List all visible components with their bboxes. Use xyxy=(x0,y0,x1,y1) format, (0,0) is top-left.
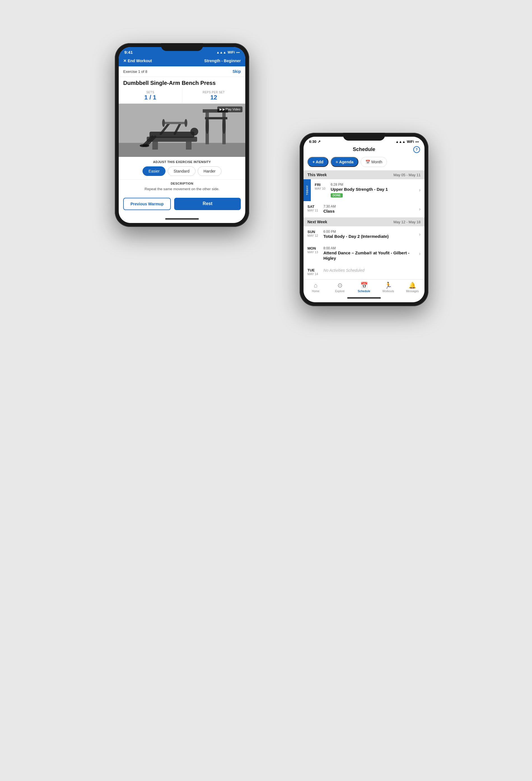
nav-item-messages[interactable]: 🔔 Messages xyxy=(400,282,425,293)
status-bar-1: 9:41 ▲▲▲ WiFi ▪▪▪ xyxy=(119,47,245,56)
workouts-nav-label: Workouts xyxy=(382,290,394,293)
description-title: DESCRIPTION xyxy=(123,182,241,185)
easier-button[interactable]: Easier xyxy=(142,166,166,176)
exercise-meta-row: Exercise 1 of 8 Skip xyxy=(119,67,245,77)
signal-icon: ▲▲▲ xyxy=(216,50,226,54)
calendar-icon: 📅 xyxy=(365,160,370,164)
chevron-right-icon-sun: › xyxy=(419,232,420,237)
play-icon: ▶ xyxy=(220,108,222,111)
exercise-name-title: Dumbbell Single-Arm Bench Press xyxy=(119,77,245,88)
chevron-right-icon-fri: › xyxy=(419,187,420,193)
home-bar-1 xyxy=(165,218,199,220)
sets-value: 1 / 1 xyxy=(119,94,182,101)
this-week-dates: May 05 - May 11 xyxy=(393,173,420,177)
svg-point-16 xyxy=(162,119,165,127)
svg-rect-10 xyxy=(186,142,191,150)
agenda-icon: ≡ xyxy=(336,160,338,164)
svg-point-21 xyxy=(142,144,149,147)
home-indicator-1 xyxy=(119,215,245,223)
nav-item-schedule[interactable]: 📅 Schedule xyxy=(352,282,376,293)
day-sun: SUN MAY 12 xyxy=(307,230,320,237)
day-fri: FRI MAY 10 xyxy=(315,182,327,190)
this-week-header: This Week May 05 - May 11 xyxy=(304,170,425,179)
wifi-icon: WiFi xyxy=(228,50,235,54)
sun-content: 6:00 PM Total Body - Day 2 (Intermediate… xyxy=(323,230,415,239)
location-icon: ↗ xyxy=(317,139,321,144)
tue-content: No Activities Scheduled xyxy=(323,268,420,273)
battery-icon: ▪▪▪ xyxy=(236,50,240,54)
agenda-button[interactable]: ≡ Agenda xyxy=(331,157,359,167)
svg-rect-9 xyxy=(152,142,158,150)
svg-point-6 xyxy=(206,118,209,134)
mon-content: 8:00 AM Attend Dance – Zumba® at Youfit … xyxy=(323,246,415,261)
done-badge: DONE xyxy=(331,193,343,198)
schedule-item-mon[interactable]: MON MAY 13 8:00 AM Attend Dance – Zumba®… xyxy=(304,243,425,264)
next-week-label: Next Week xyxy=(307,220,327,224)
nav-item-explore[interactable]: ⊙ Explore xyxy=(327,282,352,293)
sets-label: SETS xyxy=(119,91,182,94)
schedule-content: This Week May 05 - May 11 TODAY xyxy=(304,170,425,279)
next-week-header: Next Week May 12 - May 18 xyxy=(304,217,425,227)
battery-icon-2: ▪▪▪ xyxy=(415,140,419,144)
this-week-label: This Week xyxy=(307,172,327,177)
skip-button[interactable]: Skip xyxy=(232,69,241,74)
description-text: Repeat the same movement on the other si… xyxy=(123,187,241,191)
today-wrapper: TODAY FRI MAY 10 6:28 PM Uppe xyxy=(304,179,425,201)
help-button[interactable]: ? xyxy=(413,146,420,153)
workout-type-label: Strength - Beginner xyxy=(204,58,241,63)
chevron-right-icon-sat: › xyxy=(419,206,420,212)
home-bar-2 xyxy=(347,297,381,299)
time-display-2: 6:30 ↗ xyxy=(309,139,321,144)
nav-item-home[interactable]: ⌂ Home xyxy=(304,282,327,293)
phone1-workout: 9:41 ▲▲▲ WiFi ▪▪▪ ✕ End Workout Strength… xyxy=(115,43,249,312)
rest-button[interactable]: Rest xyxy=(174,198,241,210)
play-video-button[interactable]: ▶ ▶ Play Video xyxy=(217,107,242,112)
month-button[interactable]: 📅 Month xyxy=(361,157,387,167)
reps-label: REPS PER SET xyxy=(182,91,246,94)
standard-button[interactable]: Standard xyxy=(168,166,195,176)
messages-icon: 🔔 xyxy=(408,282,416,289)
svg-point-12 xyxy=(190,128,198,135)
explore-nav-label: Explore xyxy=(335,290,345,293)
wifi-icon-2: WiFi xyxy=(407,140,414,144)
reps-stat: REPS PER SET 12 xyxy=(182,88,246,104)
svg-rect-1 xyxy=(119,143,245,157)
day-sat: SAT MAY 11 xyxy=(307,205,320,212)
schedule-item-sat[interactable]: SAT MAY 11 7:30 AM Class › xyxy=(304,201,425,217)
stats-row: SETS 1 / 1 REPS PER SET 12 xyxy=(119,88,245,104)
schedule-title: Schedule xyxy=(353,147,375,152)
schedule-item-fri[interactable]: FRI MAY 10 6:28 PM Upper Body Strength -… xyxy=(311,179,425,201)
home-nav-label: Home xyxy=(312,290,319,293)
sets-stat: SETS 1 / 1 xyxy=(119,88,182,104)
day-tue: TUE MAY 14 xyxy=(307,268,320,276)
workout-header: ✕ End Workout Strength - Beginner xyxy=(119,56,245,67)
bottom-nav: ⌂ Home ⊙ Explore 📅 Schedule xyxy=(304,279,425,294)
schedule-item-tue: TUE MAY 14 No Activities Scheduled xyxy=(304,265,425,279)
tab-buttons-row: + Add ≡ Agenda 📅 Month xyxy=(304,155,425,170)
schedule-nav-label: Schedule xyxy=(358,290,370,293)
intensity-title: ADJUST THIS EXERCISE INTENSITY xyxy=(123,160,241,164)
previous-warmup-button[interactable]: Previous Warmup xyxy=(123,198,171,210)
today-label: TODAY xyxy=(306,185,309,195)
messages-nav-label: Messages xyxy=(406,290,419,293)
search-icon: ⊙ xyxy=(338,282,343,289)
chevron-right-icon-mon: › xyxy=(419,251,420,257)
end-workout-button[interactable]: ✕ End Workout xyxy=(123,58,152,63)
phone2-schedule: 6:30 ↗ ▲▲▲ WiFi ▪▪▪ Schedule xyxy=(300,133,429,390)
schedule-header: Schedule ? xyxy=(304,146,425,155)
no-activities-label: No Activities Scheduled xyxy=(323,268,420,273)
workouts-icon: 🏃 xyxy=(385,282,392,289)
time-display-1: 9:41 xyxy=(124,50,133,55)
harder-button[interactable]: Harder xyxy=(198,166,221,176)
description-section: DESCRIPTION Repeat the same movement on … xyxy=(119,179,245,194)
exercise-count-label: Exercise 1 of 8 xyxy=(123,70,147,74)
nav-item-workouts[interactable]: 🏃 Workouts xyxy=(376,282,400,293)
schedule-item-sun[interactable]: SUN MAY 12 6:00 PM Total Body - Day 2 (I… xyxy=(304,227,425,243)
day-mon: MON MAY 13 xyxy=(307,246,320,254)
home-indicator-2 xyxy=(304,294,425,302)
svg-point-17 xyxy=(184,119,187,127)
status-bar-2: 6:30 ↗ ▲▲▲ WiFi ▪▪▪ xyxy=(304,137,425,146)
add-button[interactable]: + Add xyxy=(307,157,328,167)
fri-content: 6:28 PM Upper Body Strength - Day 1 DONE xyxy=(331,182,415,198)
schedule-icon: 📅 xyxy=(360,282,368,289)
